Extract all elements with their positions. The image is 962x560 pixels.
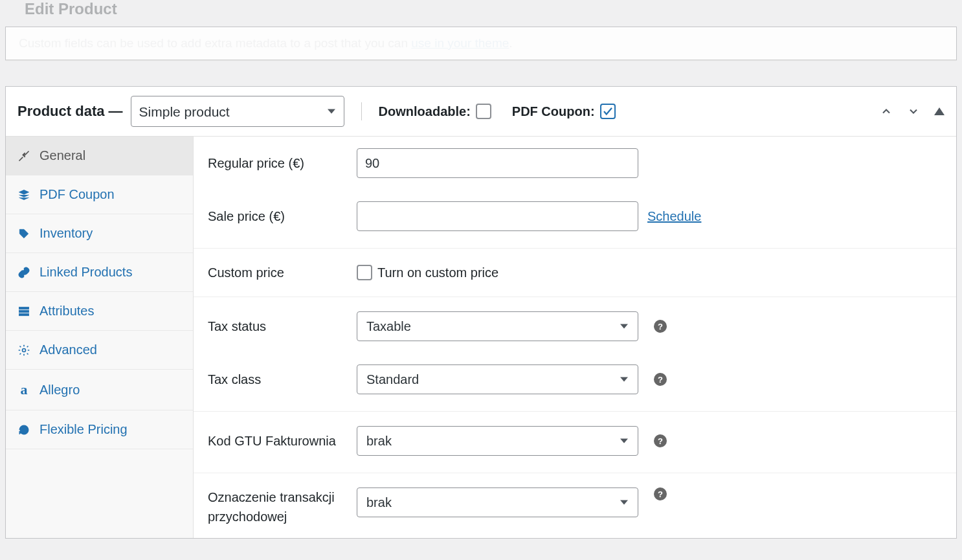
header-divider bbox=[361, 102, 362, 120]
tax-class-label: Tax class bbox=[208, 370, 357, 389]
sale-price-row: Sale price (€) Schedule bbox=[194, 190, 956, 249]
svg-point-3 bbox=[23, 348, 26, 352]
layers-icon bbox=[17, 188, 30, 201]
tab-linked-products[interactable]: Linked Products bbox=[6, 253, 193, 292]
tax-status-row: Tax status Taxable ? bbox=[194, 297, 956, 353]
oznaczenie-select[interactable]: brak bbox=[357, 487, 638, 517]
tax-class-help-icon[interactable]: ? bbox=[654, 373, 667, 386]
tax-class-row: Tax class Standard ? bbox=[194, 353, 956, 412]
svg-rect-2 bbox=[19, 313, 29, 315]
pdf-coupon-checkbox[interactable] bbox=[600, 104, 616, 119]
kod-gtu-row: Kod GTU Fakturownia brak ? bbox=[194, 412, 956, 473]
pdf-coupon-option: PDF Coupon: bbox=[512, 104, 616, 119]
custom-price-checkbox-label: Turn on custom price bbox=[377, 265, 498, 280]
regular-price-label: Regular price (€) bbox=[208, 153, 357, 173]
tab-allegro-label: Allegro bbox=[39, 383, 80, 398]
wrench-icon bbox=[17, 150, 30, 162]
tab-general[interactable]: General bbox=[6, 137, 193, 175]
tag-icon bbox=[17, 227, 30, 240]
tax-class-select[interactable]: Standard bbox=[357, 364, 638, 394]
downloadable-option: Downloadable: bbox=[379, 104, 491, 119]
oznaczenie-help-icon[interactable]: ? bbox=[654, 487, 667, 500]
pdf-coupon-label: PDF Coupon: bbox=[512, 104, 595, 119]
tab-allegro[interactable]: a Allegro bbox=[6, 370, 193, 410]
tax-status-help-icon[interactable]: ? bbox=[654, 320, 667, 333]
product-data-panel: Product data — Simple product Downloadab… bbox=[5, 86, 957, 539]
list-icon bbox=[17, 305, 30, 318]
tab-content-general: Regular price (€) Sale price (€) Schedul… bbox=[194, 137, 956, 538]
oznaczenie-label: Oznaczenie transakcji przychodowej bbox=[208, 487, 357, 526]
svg-rect-1 bbox=[19, 310, 29, 312]
custom-price-label: Custom price bbox=[208, 263, 357, 282]
tab-linked-products-label: Linked Products bbox=[39, 265, 132, 280]
tab-pdf-coupon[interactable]: PDF Coupon bbox=[6, 175, 193, 214]
product-data-title: Product data — bbox=[17, 103, 123, 120]
product-type-select[interactable]: Simple product bbox=[131, 96, 344, 127]
downloadable-label: Downloadable: bbox=[379, 104, 471, 119]
page-title: Edit Product bbox=[0, 0, 962, 21]
kod-gtu-label: Kod GTU Fakturownia bbox=[208, 431, 357, 451]
kod-gtu-select[interactable]: brak bbox=[357, 426, 638, 456]
chevron-up-icon[interactable] bbox=[880, 105, 893, 118]
collapse-panel-icon[interactable] bbox=[934, 107, 945, 115]
regular-price-input[interactable] bbox=[357, 148, 638, 178]
custom-price-row: Custom price Turn on custom price bbox=[194, 249, 956, 297]
regular-price-row: Regular price (€) bbox=[194, 137, 956, 190]
tax-status-select[interactable]: Taxable bbox=[357, 311, 638, 341]
tab-attributes-label: Attributes bbox=[39, 304, 94, 319]
notice-link[interactable]: use in your theme bbox=[411, 36, 509, 50]
sale-price-label: Sale price (€) bbox=[208, 207, 357, 226]
notice-text: Custom fields can be used to add extra m… bbox=[19, 36, 408, 50]
tax-status-label: Tax status bbox=[208, 317, 357, 336]
oznaczenie-row: Oznaczenie transakcji przychodowej brak … bbox=[194, 473, 956, 538]
chevron-down-icon[interactable] bbox=[907, 105, 920, 118]
tab-general-label: General bbox=[39, 148, 85, 163]
svg-rect-0 bbox=[19, 307, 29, 309]
custom-fields-notice: Custom fields can be used to add extra m… bbox=[5, 27, 957, 60]
tab-inventory-label: Inventory bbox=[39, 226, 93, 241]
tab-flexible-pricing[interactable]: Flexible Pricing bbox=[6, 410, 193, 449]
tab-attributes[interactable]: Attributes bbox=[6, 292, 193, 331]
tab-advanced[interactable]: Advanced bbox=[6, 331, 193, 370]
downloadable-checkbox[interactable] bbox=[476, 104, 491, 119]
tabs-sidebar: General PDF Coupon Inventory Linked Prod… bbox=[6, 137, 194, 538]
custom-price-checkbox[interactable] bbox=[357, 265, 372, 280]
allegro-icon: a bbox=[17, 381, 30, 398]
tab-flexible-pricing-label: Flexible Pricing bbox=[39, 422, 128, 437]
tab-advanced-label: Advanced bbox=[39, 342, 97, 357]
product-data-body: General PDF Coupon Inventory Linked Prod… bbox=[6, 137, 956, 538]
refresh-icon bbox=[17, 423, 30, 436]
gear-icon bbox=[17, 344, 30, 357]
panel-toggles bbox=[880, 105, 945, 118]
schedule-link[interactable]: Schedule bbox=[647, 209, 701, 224]
sale-price-input[interactable] bbox=[357, 201, 638, 231]
product-data-header: Product data — Simple product Downloadab… bbox=[6, 87, 956, 137]
tab-pdf-coupon-label: PDF Coupon bbox=[39, 187, 115, 202]
kod-gtu-help-icon[interactable]: ? bbox=[654, 434, 667, 447]
link-icon bbox=[17, 266, 30, 279]
tab-inventory[interactable]: Inventory bbox=[6, 214, 193, 253]
